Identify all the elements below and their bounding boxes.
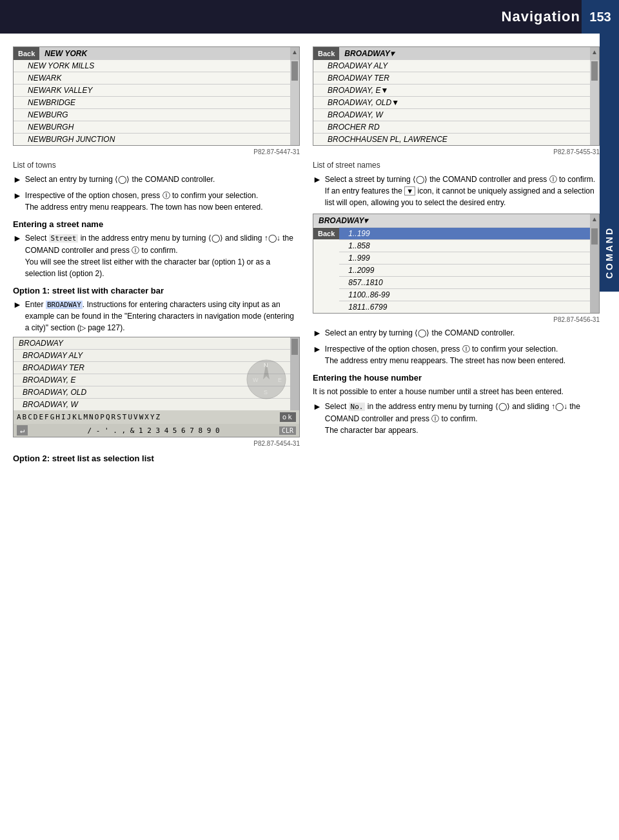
charbar-item[interactable]: BROADWAY TER: [14, 361, 299, 374]
bullet-house-number: ► Select No. in the address entry menu b…: [313, 401, 600, 436]
towns-list-items: NEW YORK MILLS NEWARK NEWARK VALLEY NEWB…: [14, 60, 299, 145]
bullet-text: Irrespective of the option chosen, press…: [325, 343, 600, 366]
list-item[interactable]: NEWBRIDGE: [14, 96, 299, 108]
list-item[interactable]: NEWBURGH: [14, 121, 299, 133]
bullet-text: Select a street by turning ⟨◯⟩ the COMAN…: [325, 174, 600, 208]
sel-header-title: BROADWAY▾: [313, 214, 590, 227]
sel-list-item-active[interactable]: 1..199: [339, 227, 599, 239]
header-bar: Navigation: [0, 0, 619, 34]
section-label-towns: List of towns: [13, 159, 300, 171]
bullet-text: Enter BROADWAY. Instructions for enterin…: [25, 299, 300, 334]
scroll-thumb-streets[interactable]: [591, 61, 598, 81]
charbar-item[interactable]: BROADWAY, E: [14, 374, 299, 386]
list-item[interactable]: BROADWAY, W: [313, 108, 599, 121]
page-number: 153: [582, 0, 619, 34]
bullet-text: Irrespective of the option chosen, press…: [25, 190, 300, 213]
back-button-towns[interactable]: Back: [14, 47, 39, 60]
heading-option1: Option 1: street list with character bar: [13, 286, 300, 295]
back-button-sel[interactable]: Back: [313, 228, 339, 239]
special-chars: / - ' . , & 1 2 3 4 5 6 7 8 9 0: [28, 426, 279, 435]
sel-list-item[interactable]: 1811..6799: [339, 301, 599, 313]
sel-list-area: Back 1..199 1..858 1..999 1..2099 857..1…: [313, 227, 599, 313]
bullet-confirm-town: ► Irrespective of the option chosen, pre…: [13, 190, 300, 213]
list-item[interactable]: BROADWAY ALY: [313, 60, 599, 72]
sel-header-row: BROADWAY▾ ▲: [313, 214, 599, 227]
bullet-select-street: ► Select a street by turning ⟨◯⟩ the COM…: [313, 174, 600, 208]
list-item[interactable]: BROCHER RD: [313, 121, 599, 133]
back-button-streets[interactable]: Back: [313, 47, 339, 60]
bullet-confirm-street: ► Irrespective of the option chosen, pre…: [313, 343, 600, 366]
sel-items-inner: 1..199 1..858 1..999 1..2099 857..1810 1…: [339, 227, 599, 313]
sel-list-item[interactable]: 1..999: [339, 252, 599, 264]
scroll-bar-streets[interactable]: [590, 60, 599, 145]
bullet-text: Select No. in the address entry menu by …: [325, 401, 600, 436]
list-item[interactable]: BROADWAY TER: [313, 72, 599, 84]
heading-house-number: Entering the house number: [313, 373, 600, 383]
sel-list-item[interactable]: 857..1810: [339, 276, 599, 288]
charbar-item[interactable]: BROADWAY, W: [14, 398, 299, 410]
heading-option2: Option 2: street list as selection list: [13, 454, 300, 463]
section-label-streets: List of street names: [313, 159, 600, 171]
bullet-text: Select an entry by turning ⟨◯⟩ the COMAN…: [25, 174, 300, 186]
para-house-number: It is not possible to enter a house numb…: [313, 386, 600, 397]
streets-list-items: BROADWAY ALY BROADWAY TER BROADWAY, E▼ B…: [313, 60, 599, 145]
list-item[interactable]: NEWBURG: [14, 108, 299, 121]
bullet-select-entry-right: ► Select an entry by turning ⟨◯⟩ the COM…: [313, 327, 600, 340]
bullet-select-entry: ► Select an entry by turning ⟨◯⟩ the COM…: [13, 174, 300, 186]
bullet-arrow-icon: ►: [13, 189, 22, 213]
list-item[interactable]: BROADWAY, OLD▼: [313, 96, 599, 108]
scroll-bar-charbar[interactable]: [290, 337, 299, 410]
scroll-thumb-sel[interactable]: [591, 228, 598, 245]
bullet-text: Select Street in the address entry menu …: [25, 232, 300, 279]
sel-list-item[interactable]: 1..2099: [339, 264, 599, 276]
list-item[interactable]: NEWARK VALLEY: [14, 84, 299, 96]
scroll-bar[interactable]: [290, 60, 299, 145]
heading-entering-street: Entering a street name: [13, 219, 300, 229]
sel-list-item[interactable]: 1100..86-99: [339, 288, 599, 301]
charbar-item-broadway[interactable]: BROADWAY: [14, 337, 299, 349]
back-char-icon[interactable]: ↵: [17, 425, 28, 435]
char-bar-symbols-row: ↵ / - ' . , & 1 2 3 4 5 6 7 8 9 0 CLR: [14, 424, 299, 437]
bullet-arrow-icon: ►: [13, 298, 22, 334]
ok-button[interactable]: ok: [280, 412, 296, 422]
clr-button[interactable]: CLR: [279, 426, 296, 435]
caption-sel: P82.87-5456-31: [313, 316, 600, 323]
caption-streets: P82.87-5455-31: [313, 148, 600, 155]
bullet-arrow-icon: ►: [313, 400, 322, 436]
main-content: Back NEW YORK ▲ NEW YORK MILLS NEWARK NE…: [0, 34, 619, 479]
selection-list-box: BROADWAY▾ ▲ Back 1..199 1..858 1..999 1.…: [313, 214, 600, 314]
list-item[interactable]: NEWBURGH JUNCTION: [14, 133, 299, 145]
scroll-up-arrow-sel: ▲: [591, 215, 598, 223]
left-column: Back NEW YORK ▲ NEW YORK MILLS NEWARK NE…: [13, 46, 300, 466]
towns-list-box: Back NEW YORK ▲ NEW YORK MILLS NEWARK NE…: [13, 46, 300, 146]
bullet-arrow-icon: ►: [13, 173, 22, 186]
caption-towns: P82.87-5447-31: [13, 148, 300, 155]
bullet-arrow-icon: ►: [13, 232, 22, 279]
towns-list-header: NEW YORK: [39, 47, 290, 60]
right-column: Back BROADWAY▾ ▲ BROADWAY ALY BROADWAY T…: [313, 46, 600, 466]
scroll-bar-sel[interactable]: [590, 227, 599, 313]
list-item[interactable]: BROCHHAUSEN PL, LAWRENCE: [313, 133, 599, 145]
header-title: Navigation: [502, 8, 580, 25]
bullet-enter-broadway: ► Enter BROADWAY. Instructions for enter…: [13, 299, 300, 334]
bullet-text: Select an entry by turning ⟨◯⟩ the COMAN…: [325, 327, 600, 340]
scroll-thumb[interactable]: [291, 339, 298, 355]
bullet-street-select: ► Select Street in the address entry men…: [13, 232, 300, 279]
scroll-thumb[interactable]: [291, 61, 298, 81]
list-item[interactable]: NEWARK: [14, 72, 299, 84]
list-item[interactable]: BROADWAY, E▼: [313, 84, 599, 96]
bullet-arrow-icon: ►: [313, 343, 322, 366]
alphabet-chars: ABCDEFGHIJKLMNOPQRSTUVWXYZ: [17, 413, 161, 421]
caption-charbar: P82.87-5454-31: [13, 440, 300, 447]
scroll-up-arrow-streets: ▲: [591, 48, 598, 55]
sel-list-item[interactable]: 1..858: [339, 239, 599, 252]
char-bar-box: BROADWAY BROADWAY ALY BROADWAY TER BROAD…: [13, 337, 300, 437]
charbar-item[interactable]: BROADWAY, OLD: [14, 386, 299, 398]
streets-list-header: BROADWAY▾: [339, 47, 590, 60]
char-bar-alphabet-row[interactable]: ABCDEFGHIJKLMNOPQRSTUVWXYZ ok: [14, 410, 299, 424]
charbar-item[interactable]: BROADWAY ALY: [14, 349, 299, 361]
list-item[interactable]: NEW YORK MILLS: [14, 60, 299, 72]
bullet-arrow-icon: ►: [313, 326, 322, 340]
side-tab: COMAND: [600, 34, 619, 292]
bullet-arrow-icon: ►: [313, 173, 322, 208]
